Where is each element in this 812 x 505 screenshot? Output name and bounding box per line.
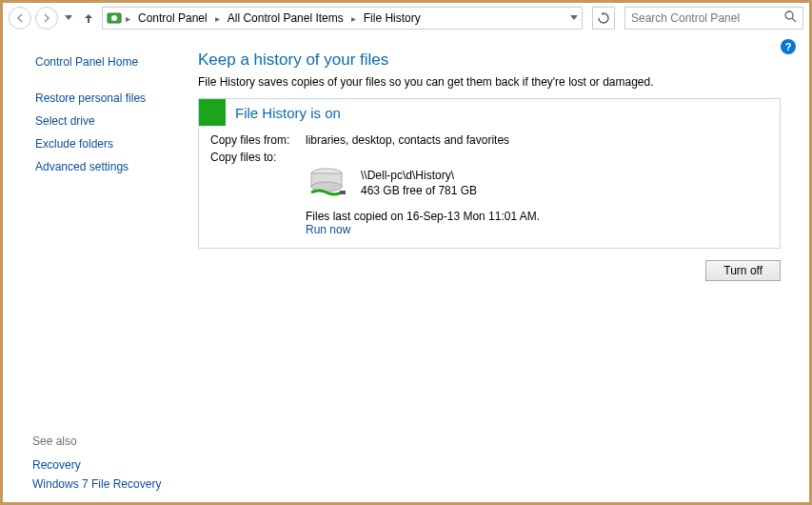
search-box[interactable] — [624, 7, 803, 30]
chevron-down-icon[interactable] — [570, 15, 578, 21]
run-now-link[interactable]: Run now — [306, 223, 768, 236]
sidebar-link-select-drive[interactable]: Select drive — [35, 111, 198, 131]
search-icon[interactable] — [784, 10, 797, 27]
status-panel: File History is on Copy files from: libr… — [198, 98, 781, 249]
page-title: Keep a history of your files — [198, 50, 781, 70]
help-icon[interactable]: ? — [781, 39, 796, 54]
sidebar: Control Panel Home Restore personal file… — [3, 33, 198, 502]
drive-path: \\Dell-pc\d\History\ — [361, 168, 477, 183]
turn-off-button[interactable]: Turn off — [705, 260, 781, 281]
chevron-right-icon: ▸ — [349, 13, 358, 24]
see-also-section: See also Recovery Windows 7 File Recover… — [32, 434, 161, 494]
forward-button[interactable] — [35, 7, 58, 30]
sidebar-link-restore[interactable]: Restore personal files — [35, 89, 198, 108]
chevron-right-icon: ▸ — [213, 13, 222, 24]
up-button[interactable] — [79, 12, 98, 24]
copy-from-value: libraries, desktop, contacts and favorit… — [306, 133, 768, 147]
content-body: Control Panel Home Restore personal file… — [3, 33, 809, 502]
breadcrumb-item[interactable]: File History — [360, 10, 425, 27]
control-panel-icon — [107, 10, 122, 26]
page-subtitle: File History saves copies of your files … — [198, 75, 781, 89]
sidebar-link-advanced[interactable]: Advanced settings — [35, 157, 198, 176]
chevron-right-icon: ▸ — [124, 13, 132, 24]
status-on-icon — [199, 99, 226, 126]
see-also-recovery[interactable]: Recovery — [32, 455, 161, 475]
address-bar[interactable]: ▸ Control Panel ▸ All Control Panel Item… — [102, 7, 583, 30]
breadcrumb-item[interactable]: All Control Panel Items — [224, 10, 347, 27]
copy-to-label: Copy files to: — [210, 151, 306, 164]
status-title: File History is on — [235, 105, 341, 121]
history-dropdown[interactable] — [62, 15, 75, 21]
status-header: File History is on — [199, 99, 780, 126]
control-panel-home-link[interactable]: Control Panel Home — [35, 52, 198, 71]
sidebar-link-exclude[interactable]: Exclude folders — [35, 134, 198, 153]
toolbar: ▸ Control Panel ▸ All Control Panel Item… — [3, 3, 809, 33]
drive-free-space: 463 GB free of 781 GB — [361, 183, 477, 198]
last-copied-text: Files last copied on 16-Sep-13 Mon 11:01… — [306, 210, 768, 223]
drive-icon — [306, 168, 347, 200]
svg-rect-7 — [340, 191, 346, 194]
svg-line-3 — [792, 18, 796, 22]
main-panel: ? Keep a history of your files File Hist… — [198, 33, 809, 502]
svg-point-1 — [111, 15, 117, 21]
search-input[interactable] — [631, 11, 784, 25]
breadcrumb-item[interactable]: Control Panel — [134, 10, 211, 27]
see-also-header: See also — [32, 434, 161, 448]
svg-point-2 — [785, 11, 793, 19]
copy-from-label: Copy files from: — [210, 133, 306, 147]
back-button[interactable] — [9, 7, 31, 30]
see-also-win7[interactable]: Windows 7 File Recovery — [32, 475, 161, 494]
refresh-button[interactable] — [592, 7, 615, 30]
